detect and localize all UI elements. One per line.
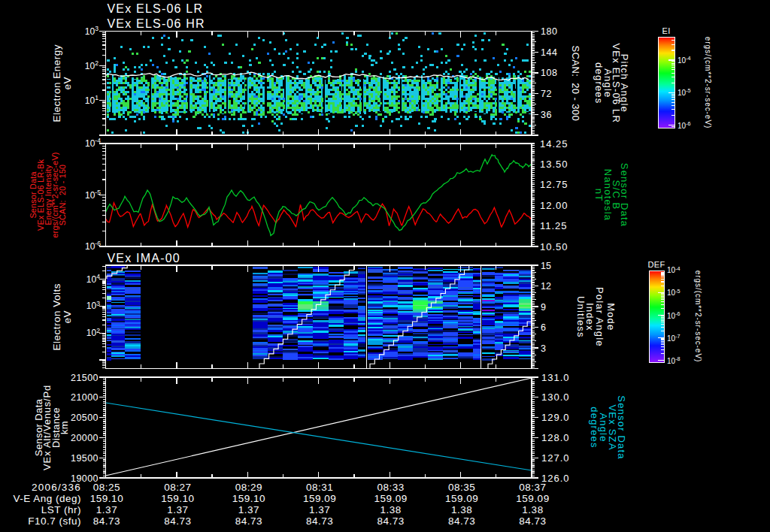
svg-text:84.73: 84.73 — [235, 515, 262, 527]
svg-text:08:29: 08:29 — [235, 482, 262, 493]
svg-text:3: 3 — [541, 343, 546, 354]
svg-text:eV: eV — [62, 310, 73, 324]
svg-text:12.75: 12.75 — [540, 179, 568, 190]
svg-text:1.37: 1.37 — [96, 504, 117, 515]
svg-text:21000: 21000 — [71, 392, 99, 403]
svg-text:20500: 20500 — [71, 413, 99, 423]
svg-text:degrees: degrees — [593, 62, 605, 104]
svg-text:84.73: 84.73 — [164, 515, 191, 527]
svg-text:VEx IMA-00: VEx IMA-00 — [108, 252, 180, 264]
svg-text:1.37: 1.37 — [309, 504, 330, 515]
svg-text:19500: 19500 — [71, 453, 99, 464]
svg-text:159.10: 159.10 — [161, 493, 194, 504]
svg-text:11.25: 11.25 — [540, 220, 568, 231]
svg-text:SCAN: 20 - 150: SCAN: 20 - 150 — [58, 165, 67, 226]
svg-text:84.73: 84.73 — [377, 515, 405, 527]
svg-text:9: 9 — [541, 302, 546, 313]
svg-text:84.73: 84.73 — [519, 515, 546, 527]
svg-text:08:35: 08:35 — [448, 482, 475, 493]
svg-text:km: km — [59, 421, 70, 434]
svg-text:degrees: degrees — [589, 407, 600, 448]
svg-text:08:37: 08:37 — [519, 482, 546, 493]
svg-text:84.73: 84.73 — [93, 515, 120, 527]
svg-text:1.38: 1.38 — [522, 504, 543, 515]
svg-text:15: 15 — [541, 261, 551, 271]
svg-text:84.73: 84.73 — [306, 515, 333, 527]
svg-text:08:33: 08:33 — [377, 482, 405, 493]
svg-text:ergs/(cm**2-sr-sec-eV): ergs/(cm**2-sr-sec-eV) — [704, 37, 712, 129]
svg-text:129.0: 129.0 — [541, 412, 570, 423]
svg-text:1.38: 1.38 — [451, 504, 472, 515]
svg-text:08:27: 08:27 — [164, 482, 191, 493]
svg-text:20000: 20000 — [71, 433, 99, 443]
svg-text:DEF: DEF — [648, 260, 665, 269]
svg-text:127.0: 127.0 — [541, 452, 570, 464]
svg-text:14.25: 14.25 — [540, 138, 568, 150]
svg-text:131.0: 131.0 — [541, 372, 570, 383]
svg-text:144: 144 — [541, 47, 558, 58]
svg-text:EI: EI — [662, 26, 670, 35]
svg-text:159.09: 159.09 — [445, 493, 478, 504]
svg-text:130.0: 130.0 — [541, 391, 570, 403]
svg-text:21500: 21500 — [71, 373, 99, 383]
svg-text:F10.7 (sfu): F10.7 (sfu) — [28, 515, 81, 527]
svg-text:Mode: Mode — [605, 303, 617, 331]
svg-text:84.73: 84.73 — [448, 515, 475, 527]
svg-text:108: 108 — [541, 68, 558, 78]
svg-text:LST (hr): LST (hr) — [41, 504, 81, 515]
svg-text:VEx ELS-06 HR: VEx ELS-06 HR — [108, 17, 205, 30]
svg-text:6: 6 — [541, 322, 546, 333]
svg-text:159.09: 159.09 — [303, 493, 336, 504]
svg-text:159.10: 159.10 — [232, 493, 265, 504]
svg-text:159.09: 159.09 — [374, 493, 408, 504]
svg-text:nT: nT — [593, 189, 605, 202]
svg-text:1.38: 1.38 — [380, 504, 402, 515]
svg-text:VEx ELS-06 LR: VEx ELS-06 LR — [108, 2, 204, 15]
svg-text:128.0: 128.0 — [541, 432, 570, 443]
svg-text:36: 36 — [541, 110, 552, 120]
svg-text:180: 180 — [541, 26, 558, 37]
svg-text:159.09: 159.09 — [516, 493, 549, 504]
svg-text:13.50: 13.50 — [540, 159, 568, 170]
svg-text:159.10: 159.10 — [90, 493, 123, 504]
svg-text:08:31: 08:31 — [306, 482, 333, 493]
svg-text:72: 72 — [541, 89, 552, 99]
svg-text:ergs/(cm**2-sr-sec-eV): ergs/(cm**2-sr-sec-eV) — [694, 271, 702, 363]
svg-text:10.50: 10.50 — [540, 241, 568, 252]
svg-text:2006/336: 2006/336 — [32, 482, 81, 493]
svg-text:12: 12 — [541, 281, 551, 292]
svg-text:V-E Ang (deg): V-E Ang (deg) — [13, 493, 81, 504]
svg-text:08:25: 08:25 — [93, 482, 120, 493]
svg-text:1.37: 1.37 — [167, 504, 188, 515]
svg-text:Unitless: Unitless — [575, 296, 587, 338]
svg-text:1.37: 1.37 — [238, 504, 259, 515]
svg-text:eV: eV — [62, 77, 73, 90]
svg-text:SCAN: 20 - 300: SCAN: 20 - 300 — [570, 45, 581, 121]
svg-text:12.00: 12.00 — [540, 200, 568, 211]
